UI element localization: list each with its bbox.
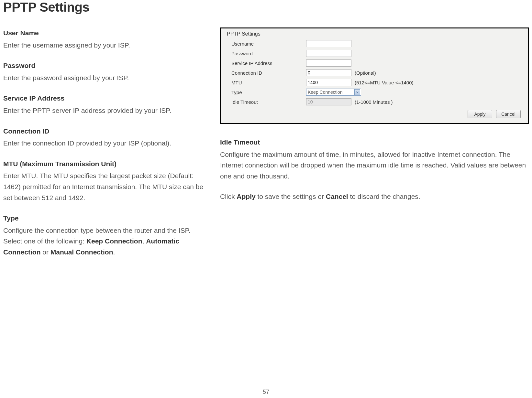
page-number: 57 [263,389,269,395]
section-idle-timeout: Idle Timeout Configure the maximum amoun… [220,137,529,181]
form-label-service-ip: Service IP Address [227,60,306,66]
cancel-button[interactable]: Cancel [496,110,521,118]
row-password: Password [227,48,522,58]
row-service-ip: Service IP Address [227,58,522,68]
closing-bold-1: Apply [237,193,255,200]
label-username: User Name [3,27,210,38]
type-select-value: Keep Connection [308,90,342,95]
row-username: Username [227,39,522,48]
body-closing: Click Apply to save the settings or Canc… [220,191,529,202]
pptp-settings-panel: PPTP Settings Username Password Service … [220,27,529,124]
body-password: Enter the password assigned by your ISP. [3,72,210,83]
section-type: Type Configure the connection type betwe… [3,213,210,257]
label-password: Password [3,60,210,71]
label-connection-id: Connection ID [3,126,210,137]
label-idle-timeout: Idle Timeout [220,137,529,148]
button-row: Apply Cancel [227,110,522,118]
body-type: Configure the connection type between th… [3,225,210,258]
section-username: User Name Enter the username assigned by… [3,27,210,50]
body-idle-timeout: Configure the maximum amount of time, in… [220,149,529,182]
row-mtu: MTU (512<=MTU Value <=1400) [227,78,522,87]
apply-button[interactable]: Apply [468,110,492,118]
closing-bold-2: Cancel [326,193,348,200]
service-ip-input[interactable] [306,59,351,67]
type-select[interactable]: Keep Connection [306,89,361,96]
section-mtu: MTU (Maximum Transmission Unit) Enter MT… [3,158,210,203]
row-idle-timeout: Idle Timeout (1-1000 Minutes ) [227,97,522,107]
page-title: PPTP Settings [3,0,532,15]
form-label-idle: Idle Timeout [227,99,306,105]
form-label-username: Username [227,41,306,47]
type-bold-1: Keep Connection [86,237,142,245]
body-connection-id: Enter the connection ID provided by your… [3,138,210,149]
right-column: PPTP Settings Username Password Service … [220,27,529,267]
type-bold-3: Manual Connection [50,248,113,256]
label-mtu: MTU (Maximum Transmission Unit) [3,158,210,169]
panel-legend: PPTP Settings [227,31,522,37]
section-service-ip: Service IP Address Enter the PPTP server… [3,93,210,116]
form-label-mtu: MTU [227,80,306,85]
form-label-connection-id: Connection ID [227,70,306,76]
content-columns: User Name Enter the username assigned by… [0,27,532,267]
form-label-password: Password [227,51,306,56]
row-type: Type Keep Connection [227,87,522,97]
label-type: Type [3,213,210,224]
connection-id-hint: (Optional) [355,70,376,76]
password-input[interactable] [306,50,351,57]
section-password: Password Enter the password assigned by … [3,60,210,83]
body-service-ip: Enter the PPTP server IP address provide… [3,105,210,116]
body-mtu: Enter MTU. The MTU specifies the largest… [3,170,210,203]
mtu-hint: (512<=MTU Value <=1400) [355,80,414,85]
left-column: User Name Enter the username assigned by… [3,27,210,267]
label-service-ip: Service IP Address [3,93,210,104]
section-closing: Click Apply to save the settings or Canc… [220,191,529,202]
closing-pre: Click [220,193,237,200]
username-input[interactable] [306,40,351,47]
idle-hint: (1-1000 Minutes ) [355,99,393,105]
idle-timeout-input [306,98,351,105]
chevron-down-icon[interactable] [354,89,360,95]
closing-post: to discard the changes. [348,193,420,200]
closing-mid: to save the settings or [256,193,326,200]
mtu-input[interactable] [306,79,351,86]
body-username: Enter the username assigned by your ISP. [3,40,210,51]
connection-id-input[interactable] [306,69,351,76]
type-text-post: . [113,248,115,256]
row-connection-id: Connection ID (Optional) [227,68,522,78]
section-connection-id: Connection ID Enter the connection ID pr… [3,126,210,149]
type-sep-1: , [142,237,146,245]
form-label-type: Type [227,90,306,95]
type-sep-2: or [41,248,50,256]
